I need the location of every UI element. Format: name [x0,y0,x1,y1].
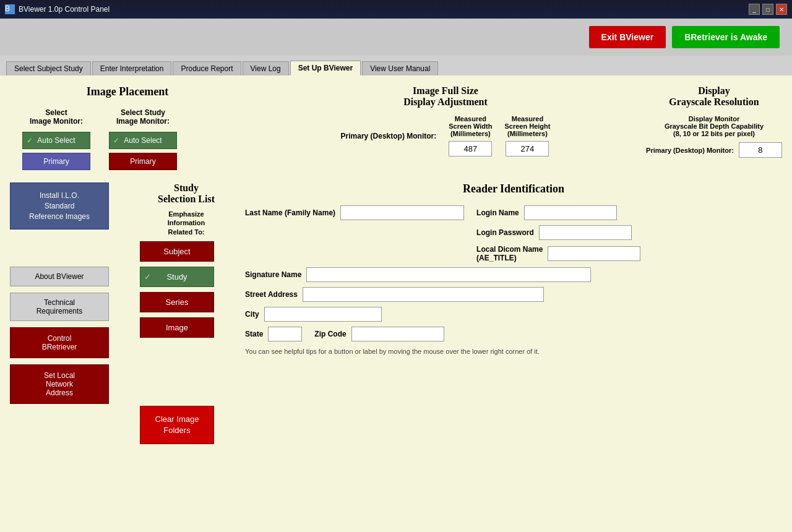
title-bar: B BViewer 1.0p Control Panel _ □ ✕ [0,0,792,19]
local-dicom-label: Local Dicom Name(AE_TITLE) [476,245,543,262]
series-button[interactable]: Series [140,292,214,312]
street-address-label: Street Address [245,290,298,299]
image-monitor-primary-button[interactable]: Primary [22,153,90,170]
select-image-monitor: SelectImage Monitor: Auto Select Primary [22,108,90,170]
control-bretriever-button[interactable]: ControlBRetriever [10,327,109,358]
tabs-bar: Select Subject Study Enter Interpretatio… [0,56,792,75]
clear-image-folders-button[interactable]: Clear ImageFolders [140,406,214,444]
signature-name-label: Signature Name [245,270,301,279]
left-panel: Install I.L.O.StandardReference Images A… [10,182,127,444]
window-controls: _ □ ✕ [749,4,787,15]
select-study-image-monitor: Select StudyImage Monitor: Auto Select P… [109,108,177,170]
technical-requirements-button[interactable]: TechnicalRequirements [10,293,109,321]
tab-view-log[interactable]: View Log [243,61,289,75]
last-name-label: Last Name (Family Name) [245,208,335,217]
grayscale-title: Display Grayscale Resolution [646,85,782,108]
minimize-button[interactable]: _ [749,4,760,15]
screen-height-label: MeasuredScreen Height(Millimeters) [504,115,550,137]
subject-button[interactable]: Subject [140,241,214,262]
tab-setup-bviewer[interactable]: Set Up BViewer [290,61,361,75]
last-name-input[interactable] [340,205,464,220]
login-password-label: Login Password [476,228,534,237]
install-ilo-button[interactable]: Install I.L.O.StandardReference Images [10,182,109,230]
header-bar: Exit BViewer BRetriever is Awake [0,19,792,56]
study-image-monitor-auto-select-button[interactable]: Auto Select [109,132,177,149]
primary-monitor-label: Primary (Desktop) Monitor: [341,132,437,140]
screen-height-input[interactable] [506,141,549,157]
select-study-image-monitor-label: Select StudyImage Monitor: [116,108,170,126]
image-monitor-auto-select-button[interactable]: Auto Select [22,132,90,149]
tab-enter-interpretation[interactable]: Enter Interpretation [92,61,172,75]
zip-code-input[interactable] [351,327,444,341]
close-button[interactable]: ✕ [776,4,787,15]
tab-select-subject-study[interactable]: Select Subject Study [6,61,91,75]
screen-width-label: MeasuredScreen Width(Millimeters) [449,115,492,137]
primary-desktop-label-gray: Primary (Desktop) Monitor: [646,147,734,154]
reader-identification-panel: Reader Identification Last Name (Family … [245,182,782,444]
grayscale-label: Display MonitorGrayscale Bit Depth Capab… [646,115,782,137]
maximize-button[interactable]: □ [762,4,773,15]
local-dicom-input[interactable] [548,246,640,261]
state-input[interactable] [268,327,302,341]
street-address-input[interactable] [303,287,544,302]
set-local-network-address-button[interactable]: Set LocalNetworkAddress [10,364,109,404]
image-placement-title: Image Placement [10,85,245,98]
screen-width-input[interactable] [449,141,492,157]
image-full-size-title: Image Full Size Display Adjustment [257,85,634,108]
city-input[interactable] [264,307,382,322]
window-title: BViewer 1.0p Control Panel [19,5,749,14]
main-content: Image Placement SelectImage Monitor: Aut… [0,75,792,532]
state-label: State [245,330,263,338]
grayscale-input[interactable] [739,142,782,158]
about-bviewer-button[interactable]: About BViewer [10,267,109,286]
app-icon: B [5,4,15,14]
bottom-section: Install I.L.O.StandardReference Images A… [10,182,782,444]
study-selection-title: StudySelection List [140,182,233,205]
login-name-label: Login Name [476,208,519,217]
exit-bviewer-button[interactable]: Exit BViewer [589,26,666,48]
login-name-input[interactable] [524,205,617,220]
hint-text: You can see helpful tips for a button or… [245,346,782,357]
login-password-input[interactable] [539,225,632,240]
select-image-monitor-label: SelectImage Monitor: [30,108,83,126]
emphasize-label: EmphasizeInformationRelated To: [140,210,233,236]
study-button[interactable]: Study [140,267,214,287]
tab-user-manual[interactable]: View User Manual [362,61,438,75]
signature-name-input[interactable] [306,267,591,282]
tab-produce-report[interactable]: Produce Report [173,61,241,75]
zip-code-label: Zip Code [314,330,346,338]
reader-identification-title: Reader Identification [245,182,782,195]
study-selection-panel: StudySelection List EmphasizeInformation… [140,182,233,444]
study-image-monitor-primary-button[interactable]: Primary [109,153,177,170]
bretriever-awake-button[interactable]: BRetriever is Awake [672,26,780,48]
image-button[interactable]: Image [140,317,214,338]
city-label: City [245,310,259,319]
